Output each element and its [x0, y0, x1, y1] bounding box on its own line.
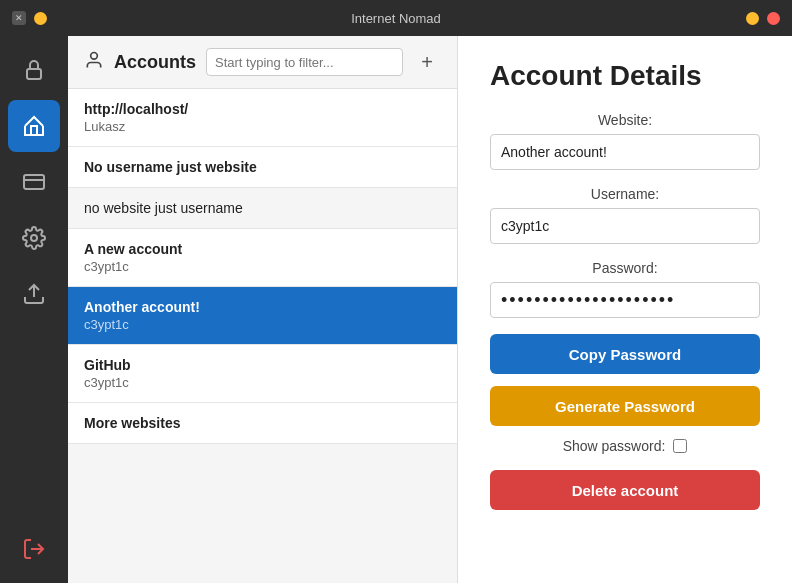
account-name: GitHub	[84, 357, 441, 373]
sidebar-item-home[interactable]	[8, 100, 60, 152]
details-panel: Account Details Website: Username: Passw…	[458, 36, 792, 583]
icon-sidebar	[0, 36, 68, 583]
app-icon-small: ✕	[12, 11, 26, 25]
sidebar-item-exit[interactable]	[8, 523, 60, 575]
sidebar-item-settings[interactable]	[8, 212, 60, 264]
svg-point-2	[31, 235, 37, 241]
add-account-button[interactable]: +	[413, 48, 441, 76]
show-password-label: Show password:	[563, 438, 666, 454]
svg-rect-1	[24, 175, 44, 189]
accounts-title: Accounts	[114, 52, 196, 73]
titlebar-red[interactable]	[767, 12, 780, 25]
website-label: Website:	[490, 112, 760, 128]
website-input[interactable]	[490, 134, 760, 170]
account-item-localhost[interactable]: http://localhost/ Lukasz	[68, 89, 457, 147]
accounts-panel: Accounts + http://localhost/ Lukasz No u…	[68, 36, 458, 583]
account-name: A new account	[84, 241, 441, 257]
copy-password-button[interactable]: Copy Password	[490, 334, 760, 374]
account-sub: Lukasz	[84, 119, 441, 134]
details-title: Account Details	[490, 60, 760, 92]
account-item-another[interactable]: Another account! c3ypt1c	[68, 287, 457, 345]
show-password-row: Show password:	[490, 438, 760, 454]
sidebar-item-lock[interactable]	[8, 44, 60, 96]
svg-rect-0	[27, 69, 41, 79]
minimize-btn[interactable]	[34, 12, 47, 25]
password-field-group: Password:	[490, 260, 760, 318]
window-controls: ✕	[12, 11, 47, 25]
account-item-no-username[interactable]: No username just website	[68, 147, 457, 188]
accounts-icon	[84, 50, 104, 74]
username-input[interactable]	[490, 208, 760, 244]
account-name: http://localhost/	[84, 101, 441, 117]
win-controls-right	[746, 12, 780, 25]
titlebar-yellow[interactable]	[746, 12, 759, 25]
account-item-github[interactable]: GitHub c3ypt1c	[68, 345, 457, 403]
account-item-new-account[interactable]: A new account c3ypt1c	[68, 229, 457, 287]
sidebar-item-export[interactable]	[8, 268, 60, 320]
app-body: Accounts + http://localhost/ Lukasz No u…	[0, 36, 792, 583]
account-name: No username just website	[84, 159, 441, 175]
password-input[interactable]	[490, 282, 760, 318]
sidebar-item-cards[interactable]	[8, 156, 60, 208]
website-field-group: Website:	[490, 112, 760, 170]
account-sub: c3ypt1c	[84, 375, 441, 390]
app-title: Internet Nomad	[351, 11, 441, 26]
titlebar: ✕ Internet Nomad	[0, 0, 792, 36]
account-name: no website just username	[84, 200, 441, 216]
account-sub: c3ypt1c	[84, 259, 441, 274]
accounts-header: Accounts +	[68, 36, 457, 89]
account-name: Another account!	[84, 299, 441, 315]
password-label: Password:	[490, 260, 760, 276]
svg-point-5	[91, 53, 98, 60]
account-item-no-website[interactable]: no website just username	[68, 188, 457, 229]
filter-input[interactable]	[206, 48, 403, 76]
username-field-group: Username:	[490, 186, 760, 244]
show-password-checkbox[interactable]	[673, 439, 687, 453]
account-item-more-websites[interactable]: More websites	[68, 403, 457, 444]
delete-account-button[interactable]: Delete account	[490, 470, 760, 510]
generate-password-button[interactable]: Generate Password	[490, 386, 760, 426]
accounts-list: http://localhost/ Lukasz No username jus…	[68, 89, 457, 583]
account-name: More websites	[84, 415, 441, 431]
username-label: Username:	[490, 186, 760, 202]
account-sub: c3ypt1c	[84, 317, 441, 332]
